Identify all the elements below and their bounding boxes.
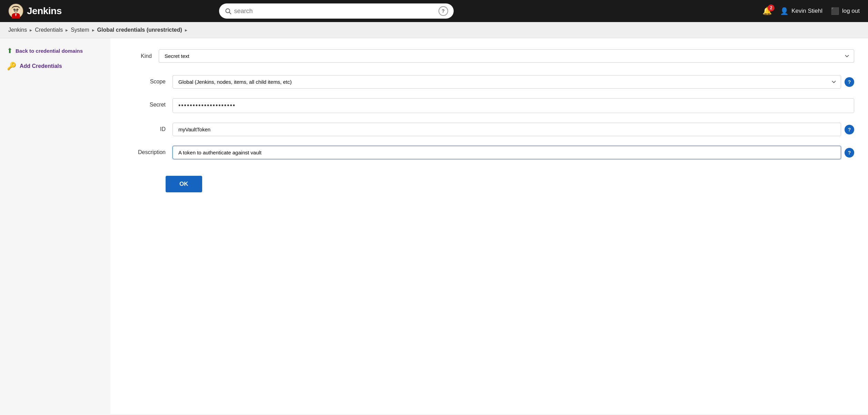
id-help-button[interactable]: ?: [845, 125, 854, 134]
kind-select-wrapper: Secret text: [159, 49, 854, 63]
ok-button[interactable]: OK: [166, 176, 202, 192]
main-content: Kind Secret text Scope Global (Jenkins, …: [110, 38, 868, 414]
description-input[interactable]: [172, 146, 841, 159]
main-layout: ⬆ Back to credential domains 🔑 Add Crede…: [0, 38, 868, 414]
svg-point-3: [17, 9, 18, 10]
logout-section[interactable]: ⬛ log out: [831, 7, 860, 15]
jenkins-logo-icon: [8, 3, 23, 19]
scope-control-wrapper: Global (Jenkins, nodes, items, all child…: [172, 75, 854, 89]
header-right: 🔔 2 👤 Kevin Stiehl ⬛ log out: [762, 7, 860, 16]
notification-bell[interactable]: 🔔 2: [762, 7, 772, 16]
back-arrow-icon: ⬆: [7, 47, 13, 55]
breadcrumb-global-credentials: Global credentials (unrestricted): [97, 27, 182, 33]
breadcrumb-sep-2: ▸: [66, 27, 68, 33]
user-icon: 👤: [780, 7, 789, 15]
scope-label: Scope: [124, 75, 172, 85]
description-label: Description: [124, 146, 172, 155]
breadcrumb-chevron: ▸: [185, 27, 187, 33]
secret-control-wrapper: [172, 98, 854, 113]
breadcrumb-credentials[interactable]: Credentials: [35, 27, 63, 33]
search-bar: ?: [219, 3, 454, 19]
breadcrumb-sep-3: ▸: [92, 27, 95, 33]
search-icon: [225, 8, 231, 14]
secret-input[interactable]: [172, 98, 854, 113]
svg-point-2: [14, 9, 15, 10]
secret-label: Secret: [124, 98, 172, 108]
form-actions: OK: [124, 169, 854, 192]
svg-line-8: [229, 12, 231, 14]
jenkins-logo[interactable]: Jenkins: [8, 3, 62, 19]
id-control-wrapper: ?: [172, 123, 854, 136]
logout-label: log out: [842, 8, 860, 14]
kind-label: Kind: [124, 53, 159, 59]
breadcrumb-system[interactable]: System: [71, 27, 89, 33]
add-credentials-link[interactable]: 🔑 Add Credentials: [7, 62, 103, 71]
breadcrumb-jenkins[interactable]: Jenkins: [8, 27, 27, 33]
description-help-button[interactable]: ?: [845, 148, 854, 158]
app-title: Jenkins: [27, 6, 62, 17]
id-input[interactable]: [172, 123, 841, 136]
sidebar: ⬆ Back to credential domains 🔑 Add Crede…: [0, 38, 110, 414]
description-control-wrapper: ?: [172, 146, 854, 159]
secret-row: Secret: [124, 98, 854, 113]
kind-select[interactable]: Secret text: [159, 49, 854, 63]
back-to-domains-label: Back to credential domains: [16, 48, 83, 54]
app-header: Jenkins ? 🔔 2 👤 Kevin Stiehl ⬛ log out: [0, 0, 868, 22]
user-section[interactable]: 👤 Kevin Stiehl: [780, 7, 822, 15]
add-credentials-label: Add Credentials: [20, 63, 62, 69]
logout-icon: ⬛: [831, 7, 839, 15]
search-input[interactable]: [234, 8, 436, 15]
user-name: Kevin Stiehl: [791, 8, 822, 14]
key-icon: 🔑: [7, 62, 16, 71]
id-row: ID ?: [124, 123, 854, 136]
description-row: Description ?: [124, 146, 854, 159]
id-label: ID: [124, 123, 172, 132]
search-help-icon[interactable]: ?: [438, 6, 448, 16]
notification-badge: 2: [768, 4, 775, 11]
kind-row: Kind Secret text: [124, 49, 854, 63]
scope-row: Scope Global (Jenkins, nodes, items, all…: [124, 75, 854, 89]
scope-select[interactable]: Global (Jenkins, nodes, items, all child…: [172, 75, 841, 89]
back-to-domains-link[interactable]: ⬆ Back to credential domains: [7, 47, 103, 55]
breadcrumb: Jenkins ▸ Credentials ▸ System ▸ Global …: [0, 22, 868, 38]
scope-help-button[interactable]: ?: [845, 77, 854, 87]
breadcrumb-sep-1: ▸: [30, 27, 32, 33]
